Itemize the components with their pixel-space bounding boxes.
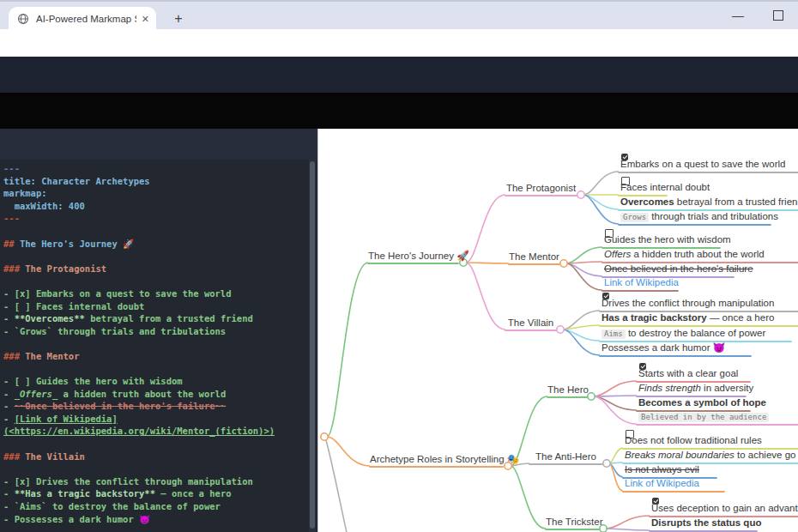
editor-line[interactable]: --- bbox=[3, 162, 317, 175]
mindmap-labels: The Hero's Journey 🚀Archetype Roles in S… bbox=[318, 129, 798, 532]
editor-line[interactable] bbox=[3, 337, 317, 350]
editor-line[interactable]: - **Overcomes** betrayal from a trusted … bbox=[3, 312, 317, 325]
editor-line[interactable]: - **Has a tragic backstory** — once a he… bbox=[3, 487, 317, 500]
mindmap-node[interactable]: The Trickster bbox=[546, 515, 599, 529]
mindmap-leaf[interactable]: Uses deception to gain an advantage bbox=[651, 502, 798, 515]
editor-line[interactable]: - ~~Once believed in the hero's failure~… bbox=[3, 400, 317, 413]
editor-line[interactable]: - `Grows` through trials and tribulation… bbox=[3, 325, 317, 338]
editor-line[interactable]: - [Link of Wikipedia] bbox=[3, 413, 317, 426]
mindmap-leaf[interactable]: Is not always evil bbox=[625, 463, 699, 476]
browser-window: AI-Powered Markmap Studio ✕ + — → ⟳ ai-t… bbox=[0, 0, 798, 532]
mindmap-node[interactable]: The Hero's Journey 🚀 bbox=[368, 249, 458, 263]
mindmap-node[interactable]: The Anti-Hero bbox=[529, 450, 602, 463]
mindmap-node[interactable]: Archetype Roles in Storytelling 🎭 bbox=[370, 452, 503, 466]
mindmap-leaf[interactable]: Link of Wikipedia bbox=[625, 477, 699, 490]
editor-line[interactable]: - [ ] Faces internal doubt bbox=[3, 300, 317, 313]
mindmap-node[interactable]: The Mentor bbox=[509, 250, 559, 263]
markdown-editor[interactable]: ---title: Character Archetypesmarkmap: m… bbox=[0, 160, 317, 532]
app-header: AI-Powered Markmap Studio Powered by Vis… bbox=[0, 57, 798, 93]
mindmap-leaf[interactable]: Has a tragic backstory — once a hero bbox=[602, 311, 774, 324]
mindmap-leaf[interactable]: Finds strength in adversity bbox=[638, 382, 753, 395]
editor-line[interactable]: - [x] Embarks on a quest to save the wor… bbox=[3, 287, 317, 300]
tab-close-icon[interactable]: ✕ bbox=[142, 14, 149, 25]
mindmap-leaf[interactable]: Faces internal doubt bbox=[620, 181, 710, 194]
browser-toolbar: → ⟳ ai-toolbox.visual-paradigm.com/app/a… bbox=[0, 29, 798, 57]
mindmap-leaf[interactable]: Grows through trials and tribulations bbox=[620, 210, 778, 223]
mindmap-canvas[interactable]: The Hero's Journey 🚀Archetype Roles in S… bbox=[317, 129, 798, 532]
editor-line[interactable]: - _Offers_ a hidden truth about the worl… bbox=[3, 388, 317, 401]
mindmap-leaf[interactable]: Believed in by the audience bbox=[638, 410, 769, 423]
editor-line[interactable]: --- bbox=[3, 212, 317, 225]
window-minimize-button[interactable]: — bbox=[725, 5, 751, 26]
editor-line[interactable]: - `Aims` to destroy the balance of power bbox=[3, 500, 317, 513]
mindmap-leaf[interactable]: Possesses a dark humor 😈 bbox=[602, 342, 725, 354]
editor-line[interactable]: title: Character Archetypes bbox=[3, 175, 317, 188]
editor-line[interactable] bbox=[3, 363, 317, 376]
mindmap-leaf[interactable]: Drives the conflict through manipulation bbox=[602, 297, 774, 310]
mindmap-leaf[interactable]: Does not follow traditional rules bbox=[625, 434, 762, 447]
tab-strip: AI-Powered Markmap Studio ✕ + — bbox=[0, 0, 798, 29]
editor-line[interactable]: ### The Villain bbox=[3, 450, 317, 463]
editor-line[interactable]: - [ ] Guides the hero with wisdom bbox=[3, 375, 317, 388]
mindmap-node[interactable]: The Villain bbox=[505, 316, 556, 329]
editor-line[interactable]: ## The Hero's Journey 🚀 bbox=[3, 238, 317, 251]
editor-line[interactable]: - [x] Drives the conflict through manipu… bbox=[3, 475, 317, 488]
editor-line[interactable] bbox=[3, 462, 317, 475]
new-tab-button[interactable]: + bbox=[168, 9, 189, 29]
tab-title: AI-Powered Markmap Studio bbox=[36, 14, 136, 24]
editor-line[interactable] bbox=[3, 438, 317, 450]
mindmap-leaf[interactable]: Embarks on a quest to save the world bbox=[620, 158, 785, 171]
editor-line[interactable]: - Possesses a dark humor 😈 bbox=[3, 513, 317, 526]
mindmap-leaf[interactable]: Guides the hero with wisdom bbox=[604, 233, 731, 246]
editor-line[interactable]: maxWidth: 400 bbox=[3, 200, 317, 213]
mindmap-leaf[interactable]: Disrupts the status quo bbox=[651, 517, 761, 529]
mindmap-leaf[interactable]: Breaks moral boundaries to achieve go bbox=[625, 449, 795, 462]
mindmap-leaf[interactable]: Aims to destroy the balance of power bbox=[602, 327, 765, 340]
mindmap-leaf[interactable]: Once believed in the hero's failure bbox=[604, 263, 753, 275]
mindmap-leaf[interactable]: Becomes a symbol of hope bbox=[638, 396, 766, 409]
editor-line[interactable]: ### The Protagonist bbox=[3, 263, 317, 275]
editor-line[interactable]: (<https://en.wikipedia.org/wiki/Mentor_(… bbox=[3, 425, 317, 438]
mindmap-leaf[interactable]: Link of Wikipedia bbox=[604, 276, 679, 289]
editor-line[interactable] bbox=[3, 275, 317, 287]
editor-line[interactable] bbox=[3, 250, 317, 263]
editor-line[interactable]: ### The Mentor bbox=[3, 350, 317, 363]
mindmap-leaf[interactable]: Offers a hidden truth about the world bbox=[604, 248, 765, 261]
window-maximize-button[interactable] bbox=[765, 5, 791, 26]
mindmap-leaf[interactable]: Starts with a clear goal bbox=[638, 367, 738, 380]
mindmap-node[interactable]: The Hero bbox=[547, 383, 587, 396]
mindmap-node[interactable]: The Protagonist bbox=[505, 181, 577, 195]
editor-toolbar: ↷ Insert Snippet bbox=[0, 129, 317, 160]
browser-tab[interactable]: AI-Powered Markmap Studio ✕ bbox=[9, 7, 156, 31]
mindmap-leaf[interactable]: Overcomes betrayal from a trusted friend bbox=[620, 196, 798, 209]
globe-icon bbox=[17, 13, 29, 25]
editor-scrollbar-thumb[interactable] bbox=[310, 161, 315, 529]
app-toolbar: le Generate with AI Describe with AI bbox=[0, 93, 798, 129]
editor-line[interactable] bbox=[3, 225, 317, 238]
editor-line[interactable]: markmap: bbox=[3, 187, 317, 200]
